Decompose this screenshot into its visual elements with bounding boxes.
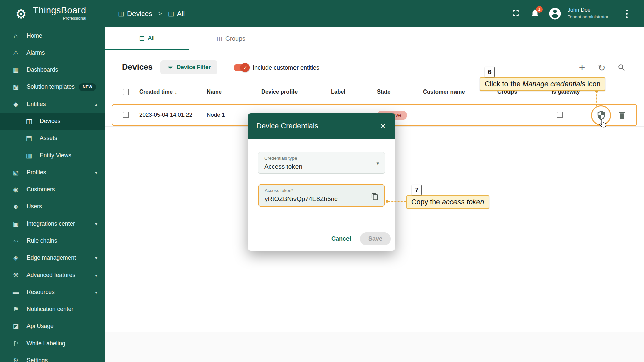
sidebar-item-dashboards[interactable]: ▦ Dashboards [0, 61, 105, 78]
settings-icon: ⚙ [11, 357, 20, 362]
sidebar-item-advanced-features[interactable]: ⚒ Advanced features ▾ [0, 266, 105, 284]
refresh-button[interactable]: ↻ [596, 62, 608, 74]
sort-desc-icon: ↓ [175, 89, 177, 95]
delete-device-button[interactable] [615, 109, 629, 122]
copy-token-button[interactable] [369, 191, 380, 202]
profiles-icon: ▧ [11, 169, 20, 176]
breadcrumb-separator: > [158, 10, 162, 17]
dropdown-arrow-icon: ▾ [376, 160, 379, 166]
credentials-type-value: Access token [264, 163, 302, 170]
dashboards-icon: ▦ [11, 66, 20, 74]
close-dialog-button[interactable]: × [377, 121, 389, 132]
dialog-footer: Cancel Save [325, 232, 391, 245]
annotation-connector-line [596, 91, 597, 106]
sidebar-item-home[interactable]: ⌂ Home [0, 27, 105, 44]
trash-icon [617, 111, 627, 120]
credentials-type-label: Credentials type [264, 156, 297, 161]
sidebar-item-solution-templates[interactable]: ▩ Solution templates NEW [0, 78, 105, 96]
app-header: ⚙ ThingsBoard Professional ◫ Devices > ◫… [0, 0, 644, 27]
annotation-step-number: 7 [412, 185, 422, 195]
white-labeling-icon: ⚐ [11, 340, 20, 347]
sidebar-item-assets[interactable]: ▤ Assets [0, 130, 105, 147]
shield-security-icon [596, 110, 606, 120]
select-all-checkbox[interactable] [123, 89, 129, 95]
logo[interactable]: ThingsBoard Professional [33, 5, 86, 21]
add-device-button[interactable]: + [576, 62, 588, 74]
column-header-customer-name[interactable]: Customer name [423, 88, 465, 95]
toggle-label: Include customer entities [253, 64, 319, 71]
tab-groups[interactable]: ◫ Groups [189, 27, 273, 50]
tab-bar: ◫ All ◫ Groups [105, 27, 644, 50]
search-button[interactable] [615, 62, 628, 74]
user-avatar[interactable] [548, 7, 562, 22]
sidebar-item-devices[interactable]: ◫ Devices [0, 113, 105, 130]
advanced-features-icon: ⚒ [11, 271, 20, 279]
sidebar: ⌂ Home ⚠ Alarms ▦ Dashboards ▩ Solution … [0, 27, 105, 362]
sidebar-item-notification-center[interactable]: ⚑ Notification center [0, 301, 105, 318]
chevron-up-icon: ▴ [95, 102, 97, 107]
page-title: Devices [122, 62, 153, 72]
sidebar-item-profiles[interactable]: ▧ Profiles ▾ [0, 164, 105, 181]
plus-icon: + [579, 62, 585, 74]
cancel-button[interactable]: Cancel [325, 232, 357, 245]
chevron-down-icon: ▾ [95, 290, 97, 295]
search-icon [617, 63, 626, 72]
sidebar-item-white-labeling[interactable]: ⚐ White Labeling [0, 335, 105, 352]
sidebar-item-integrations-center[interactable]: ▣ Integrations center ▾ [0, 215, 105, 232]
user-menu[interactable]: John Doe Tenant administrator [568, 7, 608, 19]
sidebar-item-entity-views[interactable]: ▥ Entity Views [0, 147, 105, 164]
solution-templates-icon: ▩ [11, 83, 20, 91]
assets-icon: ▤ [24, 134, 34, 142]
sidebar-item-rule-chains[interactable]: ‹·› Rule chains [0, 232, 105, 249]
account-circle-icon [548, 16, 562, 22]
sidebar-item-api-usage[interactable]: ◪ Api Usage [0, 318, 105, 335]
group-board-icon: ◫ [217, 35, 222, 42]
sidebar-item-settings[interactable]: ⚙ Settings [0, 352, 105, 362]
access-token-field[interactable]: Access token* yRtOZBNivQp74E8Zh5nc [258, 184, 385, 207]
sidebar-item-resources[interactable]: ▬ Resources ▾ [0, 284, 105, 301]
dialog-header: Device Credentials × [248, 113, 395, 139]
annotation-connector-line [388, 201, 406, 202]
fullscreen-icon [511, 14, 521, 19]
sidebar-item-users[interactable]: ☻ Users [0, 198, 105, 215]
column-header-label[interactable]: Label [331, 88, 345, 95]
annotation-step7-callout: Copy the access token [406, 195, 489, 209]
user-role: Tenant administrator [568, 14, 608, 19]
save-button[interactable]: Save [360, 232, 391, 245]
is-gateway-checkbox[interactable] [557, 112, 563, 118]
check-icon: ✓ [243, 65, 247, 71]
breadcrumb-all[interactable]: ◫ All [168, 10, 185, 18]
column-header-name[interactable]: Name [207, 88, 222, 95]
users-icon: ☻ [11, 203, 20, 210]
device-filter-button[interactable]: Device Filter [160, 60, 217, 74]
manage-credentials-button[interactable] [595, 109, 608, 122]
dialog-title: Device Credentials [256, 122, 318, 130]
home-icon: ⌂ [11, 32, 20, 40]
sidebar-item-edge-management[interactable]: ◈ Edge management ▾ [0, 249, 105, 266]
credentials-type-select[interactable]: Credentials type Access token ▾ [258, 152, 385, 174]
include-customer-entities-toggle[interactable]: ✓ [234, 64, 249, 71]
integrations-icon: ▣ [11, 220, 20, 228]
breadcrumb-devices[interactable]: ◫ Devices [118, 10, 152, 18]
toggle-thumb: ✓ [240, 63, 250, 72]
logo-subtitle: Professional [33, 16, 86, 21]
sidebar-item-customers[interactable]: ◉ Customers [0, 181, 105, 198]
devices-icon: ◫ [24, 117, 34, 125]
devices-board-icon: ◫ [118, 10, 124, 17]
filter-icon [167, 64, 173, 71]
notifications-button[interactable]: 1 [530, 8, 540, 19]
fullscreen-button[interactable] [511, 8, 521, 19]
sidebar-item-entities[interactable]: ◆ Entities ▴ [0, 96, 105, 113]
more-options-button[interactable] [626, 9, 628, 19]
tab-all[interactable]: ◫ All [105, 27, 189, 50]
notification-center-icon: ⚑ [11, 305, 20, 313]
api-usage-icon: ◪ [11, 322, 20, 330]
devices-board-icon: ◫ [139, 35, 144, 42]
column-header-state[interactable]: State [377, 88, 390, 95]
row-checkbox[interactable] [123, 112, 129, 118]
sidebar-item-alarms[interactable]: ⚠ Alarms [0, 44, 105, 61]
breadcrumb: ◫ Devices > ◫ All [118, 0, 185, 27]
column-header-created-time[interactable]: Created time↓ [139, 88, 177, 95]
column-header-device-profile[interactable]: Device profile [261, 88, 298, 95]
annotation-connector-dot [386, 200, 388, 203]
